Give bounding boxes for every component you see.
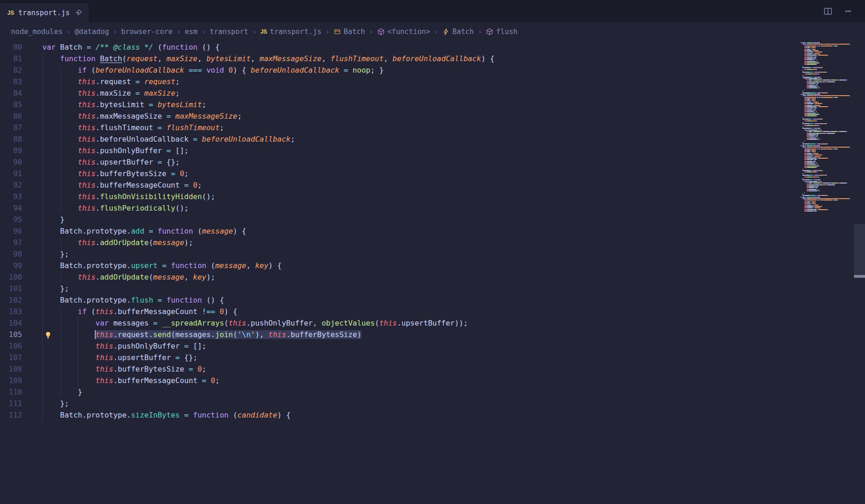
code-line[interactable]: 85this.bytesLimit = bytesLimit; [0, 99, 865, 110]
line-number[interactable]: 93 [0, 191, 22, 202]
code-text[interactable]: this.maxMessageSize = maxMessageSize; [42, 110, 865, 122]
code-text[interactable]: this.bytesLimit = bytesLimit; [42, 99, 865, 110]
code-line[interactable]: 86this.maxMessageSize = maxMessageSize; [0, 110, 865, 122]
code-line[interactable]: 104var messages = __spreadArrays(this.pu… [0, 317, 865, 329]
code-line[interactable]: 87this.flushTimeout = flushTimeout; [0, 122, 865, 133]
code-text[interactable]: this.pushOnlyBuffer = []; [42, 145, 865, 156]
code-text[interactable]: if (beforeUnloadCallback === void 0) { b… [42, 64, 865, 76]
code-line[interactable]: 96Batch.prototype.add = function (messag… [0, 225, 865, 237]
code-text[interactable]: this.request = request; [42, 76, 865, 87]
line-number[interactable]: 112 [0, 409, 22, 421]
code-line[interactable]: 89this.pushOnlyBuffer = []; [0, 145, 865, 156]
code-line[interactable]: 91this.bufferBytesSize = 0; [0, 168, 865, 179]
code-line[interactable]: 84this.maxSize = maxSize; [0, 87, 865, 99]
line-number[interactable]: 81 [0, 53, 22, 64]
line-number[interactable]: 90 [0, 156, 22, 168]
editor-tab-transport-js[interactable]: JS transport.js [0, 3, 89, 22]
code-text[interactable]: }; [42, 248, 865, 260]
line-number[interactable]: 109 [0, 375, 22, 386]
line-number[interactable]: 86 [0, 110, 22, 122]
code-line[interactable]: 94this.flushPeriodically(); [0, 202, 865, 214]
line-number[interactable]: 107 [0, 352, 22, 363]
code-line[interactable]: 93this.flushOnVisibilityHidden(); [0, 191, 865, 202]
more-actions-icon[interactable]: ⋯ [845, 6, 851, 16]
breadcrumb-item[interactable]: @datadog [75, 28, 109, 36]
line-number[interactable]: 91 [0, 168, 22, 179]
code-text[interactable]: Batch.prototype.upsert = function (messa… [42, 260, 865, 271]
code-text[interactable]: this.flushTimeout = flushTimeout; [42, 122, 865, 133]
split-editor-icon[interactable] [824, 7, 832, 16]
code-line[interactable]: 80var Batch = /** @class */ (function ()… [0, 41, 865, 53]
code-text[interactable]: if (this.bufferMessageCount !== 0) { [42, 306, 865, 317]
line-number[interactable]: 103 [0, 306, 22, 317]
line-number[interactable]: 82 [0, 64, 22, 76]
line-number[interactable]: 92 [0, 179, 22, 191]
code-text[interactable]: Batch.prototype.sizeInBytes = function (… [42, 409, 865, 421]
line-number[interactable]: 102 [0, 294, 22, 306]
line-number[interactable]: 106 [0, 340, 22, 352]
breadcrumb-item[interactable]: JStransport.js [260, 28, 322, 36]
code-line[interactable]: 100this.addOrUpdate(message, key); [0, 271, 865, 283]
code-line[interactable]: 110} [0, 386, 865, 398]
code-line[interactable]: 81function Batch(request, maxSize, bytes… [0, 53, 865, 64]
code-line[interactable]: 102Batch.prototype.flush = function () { [0, 294, 865, 306]
line-number[interactable]: 94 [0, 202, 22, 214]
minimap[interactable] [801, 42, 854, 212]
code-text[interactable]: this.bufferBytesSize = 0; [42, 168, 865, 179]
code-line[interactable]: 106this.pushOnlyBuffer = []; [0, 340, 865, 352]
code-text[interactable]: this.flushPeriodically(); [42, 202, 865, 214]
code-text[interactable]: this.pushOnlyBuffer = []; [42, 340, 865, 352]
code-line[interactable]: 108this.bufferBytesSize = 0; [0, 363, 865, 375]
code-line[interactable]: 90this.upsertBuffer = {}; [0, 156, 865, 168]
line-number[interactable]: 95 [0, 214, 22, 225]
code-line[interactable]: 83this.request = request; [0, 76, 865, 87]
code-line[interactable]: 105this.request.send(messages.join('\n')… [0, 329, 865, 340]
code-text[interactable]: }; [42, 283, 865, 294]
code-line[interactable]: 82if (beforeUnloadCallback === void 0) {… [0, 64, 865, 76]
code-text[interactable]: this.addOrUpdate(message, key); [42, 271, 865, 283]
line-number[interactable]: 85 [0, 99, 22, 110]
code-text[interactable]: this.request.send(messages.join('\n'), t… [42, 329, 865, 340]
line-number[interactable]: 87 [0, 122, 22, 133]
breadcrumb-item[interactable]: node_modules [11, 28, 63, 36]
breadcrumb-item[interactable]: transport [210, 28, 248, 36]
code-text[interactable]: var messages = __spreadArrays(this.pushO… [42, 317, 865, 329]
line-number[interactable]: 84 [0, 87, 22, 99]
pin-icon[interactable] [75, 9, 82, 16]
code-line[interactable]: 98}; [0, 248, 865, 260]
line-number[interactable]: 88 [0, 133, 22, 145]
line-number[interactable]: 101 [0, 283, 22, 294]
breadcrumb-item[interactable]: browser-core [121, 28, 173, 36]
line-number[interactable]: 97 [0, 237, 22, 248]
code-text[interactable]: this.bufferMessageCount = 0; [42, 179, 865, 191]
code-line[interactable]: 103if (this.bufferMessageCount !== 0) { [0, 306, 865, 317]
code-text[interactable]: Batch.prototype.add = function (message)… [42, 225, 865, 237]
line-number[interactable]: 83 [0, 76, 22, 87]
code-line[interactable]: 112Batch.prototype.sizeInBytes = functio… [0, 409, 865, 421]
code-text[interactable]: this.upsertBuffer = {}; [42, 352, 865, 363]
breadcrumb-item[interactable]: Batch [334, 28, 365, 36]
code-text[interactable]: Batch.prototype.flush = function () { [42, 294, 865, 306]
code-text[interactable]: }; [42, 398, 865, 409]
code-line[interactable]: 109this.bufferMessageCount = 0; [0, 375, 865, 386]
code-text[interactable]: this.addOrUpdate(message); [42, 237, 865, 248]
code-text[interactable]: function Batch(request, maxSize, bytesLi… [42, 53, 865, 64]
line-number[interactable]: 105 [0, 329, 22, 340]
breadcrumb-item[interactable]: flush [486, 28, 518, 36]
code-text[interactable]: } [42, 386, 865, 398]
line-number[interactable]: 110 [0, 386, 22, 398]
line-number[interactable]: 96 [0, 225, 22, 237]
scrollbar-thumb[interactable] [854, 224, 865, 275]
code-text[interactable]: this.bufferMessageCount = 0; [42, 375, 865, 386]
code-text[interactable]: this.maxSize = maxSize; [42, 87, 865, 99]
code-line[interactable]: 95} [0, 214, 865, 225]
code-text[interactable]: this.bufferBytesSize = 0; [42, 363, 865, 375]
code-text[interactable]: var Batch = /** @class */ (function () { [42, 41, 865, 53]
line-number[interactable]: 98 [0, 248, 22, 260]
code-text[interactable]: this.upsertBuffer = {}; [42, 156, 865, 168]
code-line[interactable]: 101}; [0, 283, 865, 294]
code-text[interactable]: this.flushOnVisibilityHidden(); [42, 191, 865, 202]
code-line[interactable]: 107this.upsertBuffer = {}; [0, 352, 865, 363]
line-number[interactable]: 104 [0, 317, 22, 329]
line-number[interactable]: 80 [0, 41, 22, 53]
